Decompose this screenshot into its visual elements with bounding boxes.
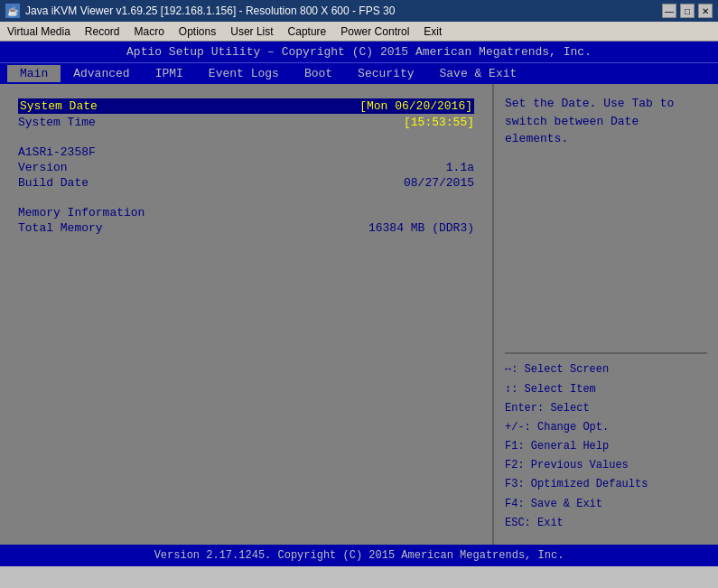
system-date-value: [Mon 06/20/2016]: [359, 99, 472, 113]
bios-left-panel: System Date [Mon 06/20/2016] System Time…: [0, 84, 494, 545]
nav-main[interactable]: Main: [7, 65, 61, 82]
total-memory-value: 16384 MB (DDR3): [368, 221, 474, 235]
bios-nav: Main Advanced IPMI Event Logs Boot Secur…: [0, 62, 718, 84]
total-memory-label: Total Memory: [18, 221, 103, 235]
nav-save-exit[interactable]: Save & Exit: [427, 65, 530, 82]
key-f3-text: F3: Optimized Defaults: [505, 478, 648, 490]
bios-container: Aptio Setup Utility – Copyright (C) 2015…: [0, 42, 718, 545]
key-f2-text: F2: Previous Values: [505, 459, 629, 471]
app-icon-symbol: ☕: [7, 6, 18, 16]
nav-advanced[interactable]: Advanced: [61, 65, 142, 82]
status-bar: Version 2.17.1245. Copyright (C) 2015 Am…: [0, 545, 718, 566]
title-bar-controls[interactable]: — □ ✕: [662, 4, 713, 18]
menu-exit[interactable]: Exit: [416, 22, 449, 41]
version-value: 1.1a: [446, 161, 474, 174]
key-select-screen: ↔: Select Screen: [505, 361, 707, 378]
key-f1: F1: General Help: [505, 438, 707, 455]
memory-info-row: Memory Information: [18, 206, 474, 219]
nav-ipmi[interactable]: IPMI: [143, 65, 196, 82]
title-bar: ☕ Java iKVM Viewer v1.69.25 [192.168.1.1…: [0, 0, 718, 22]
key-change-opt-text: +/-: Change Opt.: [505, 421, 609, 434]
key-select-item: ↕: Select Item: [505, 381, 707, 398]
key-esc: ESC: Exit: [505, 515, 707, 532]
model-label: A1SRi-2358F: [18, 145, 96, 159]
nav-security[interactable]: Security: [345, 65, 426, 82]
menu-virtual-media[interactable]: Virtual Media: [0, 22, 78, 41]
key-esc-text: ESC: Exit: [505, 517, 564, 529]
bios-right-panel: Set the Date. Use Tab toswitch between D…: [494, 84, 718, 545]
model-row: A1SRi-2358F: [18, 145, 474, 159]
menu-user-list[interactable]: User List: [223, 22, 280, 41]
key-f4-text: F4: Save & Exit: [505, 498, 602, 510]
menu-power-control[interactable]: Power Control: [333, 22, 416, 41]
bios-header-text: Aptio Setup Utility – Copyright (C) 2015…: [126, 45, 592, 59]
key-enter-text: Enter: Select: [505, 402, 590, 415]
key-help: ↔: Select Screen ↕: Select Item Enter: S…: [505, 352, 707, 534]
title-bar-left: ☕ Java iKVM Viewer v1.69.25 [192.168.1.1…: [5, 4, 395, 18]
bios-main: System Date [Mon 06/20/2016] System Time…: [0, 84, 718, 545]
key-select-item-text: ↕: Select Item: [505, 383, 596, 396]
version-label: Version: [18, 161, 68, 174]
nav-boot[interactable]: Boot: [292, 65, 345, 82]
menu-bar: Virtual Media Record Macro Options User …: [0, 22, 718, 42]
system-time-label: System Time: [18, 116, 96, 129]
menu-options[interactable]: Options: [172, 22, 223, 41]
menu-macro[interactable]: Macro: [127, 22, 172, 41]
nav-event-logs[interactable]: Event Logs: [196, 65, 292, 82]
build-date-label: Build Date: [18, 176, 89, 190]
key-f1-text: F1: General Help: [505, 440, 609, 453]
close-button[interactable]: ✕: [698, 4, 713, 18]
key-f4: F4: Save & Exit: [505, 496, 707, 513]
help-text: Set the Date. Use Tab toswitch between D…: [505, 95, 707, 148]
key-change-opt: +/-: Change Opt.: [505, 419, 707, 436]
system-time-value: [15:53:55]: [404, 116, 474, 129]
key-f2: F2: Previous Values: [505, 457, 707, 474]
key-select-screen-text: ↔: Select Screen: [505, 363, 609, 376]
menu-record[interactable]: Record: [78, 22, 127, 41]
key-f3: F3: Optimized Defaults: [505, 476, 707, 493]
system-date-label: System Date: [20, 99, 98, 113]
build-date-value: 08/27/2015: [404, 176, 474, 190]
minimize-button[interactable]: —: [662, 4, 676, 18]
build-date-row: Build Date 08/27/2015: [18, 176, 474, 190]
title-bar-text: Java iKVM Viewer v1.69.25 [192.168.1.156…: [25, 5, 395, 17]
total-memory-row: Total Memory 16384 MB (DDR3): [18, 221, 474, 235]
system-date-row[interactable]: System Date [Mon 06/20/2016]: [18, 98, 474, 114]
memory-info-label: Memory Information: [18, 206, 145, 219]
status-bar-text: Version 2.17.1245. Copyright (C) 2015 Am…: [154, 549, 564, 562]
app-icon: ☕: [5, 4, 20, 18]
version-row: Version 1.1a: [18, 161, 474, 174]
menu-capture[interactable]: Capture: [281, 22, 334, 41]
system-time-row[interactable]: System Time [15:53:55]: [18, 116, 474, 129]
key-enter-select: Enter: Select: [505, 400, 707, 417]
maximize-button[interactable]: □: [680, 4, 695, 18]
bios-header: Aptio Setup Utility – Copyright (C) 2015…: [0, 42, 718, 62]
help-description: Set the Date. Use Tab toswitch between D…: [505, 97, 674, 145]
